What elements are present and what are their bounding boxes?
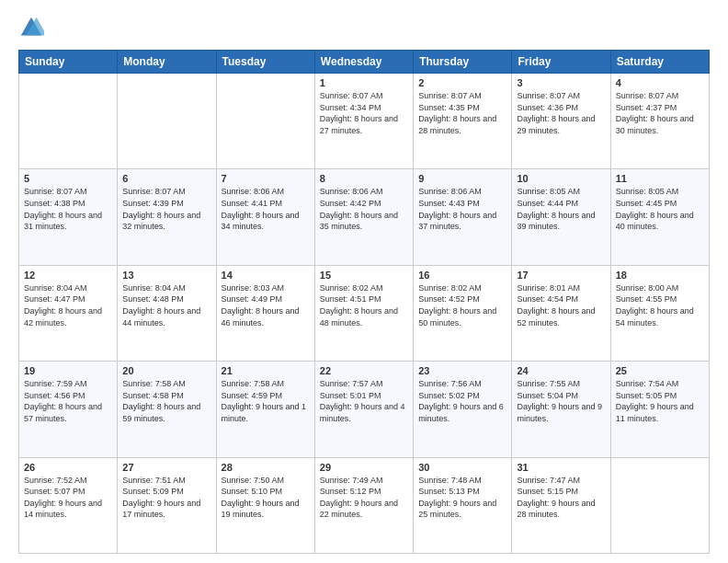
- day-info: Sunrise: 8:02 AM Sunset: 4:51 PM Dayligh…: [320, 282, 408, 328]
- calendar-cell: [118, 74, 216, 169]
- day-number: 7: [222, 173, 310, 184]
- calendar-cell: 16Sunrise: 8:02 AM Sunset: 4:52 PM Dayli…: [414, 265, 512, 361]
- day-info: Sunrise: 7:51 AM Sunset: 5:09 PM Dayligh…: [122, 475, 210, 521]
- calendar-week-row: 5Sunrise: 8:07 AM Sunset: 4:38 PM Daylig…: [19, 169, 710, 265]
- weekday-row: SundayMondayTuesdayWednesdayThursdayFrid…: [19, 51, 710, 74]
- calendar-cell: [216, 74, 314, 169]
- calendar-header: SundayMondayTuesdayWednesdayThursdayFrid…: [19, 51, 710, 74]
- day-number: 20: [122, 365, 210, 376]
- page: SundayMondayTuesdayWednesdayThursdayFrid…: [0, 0, 728, 563]
- day-info: Sunrise: 8:05 AM Sunset: 4:45 PM Dayligh…: [616, 186, 704, 232]
- calendar-cell: 7Sunrise: 8:06 AM Sunset: 4:41 PM Daylig…: [216, 169, 314, 265]
- day-info: Sunrise: 8:07 AM Sunset: 4:36 PM Dayligh…: [517, 90, 605, 136]
- calendar-cell: 22Sunrise: 7:57 AM Sunset: 5:01 PM Dayli…: [314, 362, 413, 457]
- calendar-cell: 23Sunrise: 7:56 AM Sunset: 5:02 PM Dayli…: [414, 362, 512, 457]
- day-number: 5: [24, 173, 112, 184]
- day-info: Sunrise: 8:03 AM Sunset: 4:49 PM Dayligh…: [222, 282, 310, 328]
- calendar-cell: 27Sunrise: 7:51 AM Sunset: 5:09 PM Dayli…: [118, 457, 216, 553]
- day-number: 15: [320, 270, 408, 281]
- day-info: Sunrise: 7:47 AM Sunset: 5:15 PM Dayligh…: [517, 475, 605, 521]
- day-number: 27: [122, 462, 210, 473]
- calendar-cell: 20Sunrise: 7:58 AM Sunset: 4:58 PM Dayli…: [118, 362, 216, 457]
- day-info: Sunrise: 7:58 AM Sunset: 4:58 PM Dayligh…: [122, 378, 210, 424]
- day-number: 2: [418, 77, 506, 88]
- day-number: 14: [222, 270, 310, 281]
- day-number: 12: [24, 270, 112, 281]
- day-info: Sunrise: 7:56 AM Sunset: 5:02 PM Dayligh…: [418, 378, 506, 424]
- day-info: Sunrise: 8:06 AM Sunset: 4:41 PM Dayligh…: [222, 186, 310, 232]
- day-info: Sunrise: 7:52 AM Sunset: 5:07 PM Dayligh…: [24, 475, 112, 521]
- calendar-cell: 1Sunrise: 8:07 AM Sunset: 4:34 PM Daylig…: [314, 74, 413, 169]
- day-info: Sunrise: 8:07 AM Sunset: 4:38 PM Dayligh…: [24, 186, 112, 232]
- day-info: Sunrise: 8:06 AM Sunset: 4:43 PM Dayligh…: [418, 186, 506, 232]
- calendar-cell: [610, 457, 709, 553]
- day-info: Sunrise: 8:07 AM Sunset: 4:39 PM Dayligh…: [122, 186, 210, 232]
- day-number: 24: [517, 365, 605, 376]
- calendar-cell: 3Sunrise: 8:07 AM Sunset: 4:36 PM Daylig…: [512, 74, 610, 169]
- day-number: 10: [517, 173, 605, 184]
- day-number: 25: [616, 365, 704, 376]
- day-info: Sunrise: 8:01 AM Sunset: 4:54 PM Dayligh…: [517, 282, 605, 328]
- day-number: 30: [418, 462, 506, 473]
- day-info: Sunrise: 7:50 AM Sunset: 5:10 PM Dayligh…: [222, 475, 310, 521]
- weekday-header: Sunday: [19, 51, 118, 74]
- day-info: Sunrise: 8:05 AM Sunset: 4:44 PM Dayligh…: [517, 186, 605, 232]
- day-number: 17: [517, 270, 605, 281]
- day-number: 19: [24, 365, 112, 376]
- calendar-week-row: 1Sunrise: 8:07 AM Sunset: 4:34 PM Daylig…: [19, 74, 710, 169]
- calendar-week-row: 26Sunrise: 7:52 AM Sunset: 5:07 PM Dayli…: [19, 457, 710, 553]
- day-info: Sunrise: 7:55 AM Sunset: 5:04 PM Dayligh…: [517, 378, 605, 424]
- weekday-header: Thursday: [414, 51, 512, 74]
- calendar-cell: 4Sunrise: 8:07 AM Sunset: 4:37 PM Daylig…: [610, 74, 709, 169]
- day-info: Sunrise: 7:57 AM Sunset: 5:01 PM Dayligh…: [320, 378, 408, 424]
- day-info: Sunrise: 8:00 AM Sunset: 4:55 PM Dayligh…: [616, 282, 704, 328]
- day-info: Sunrise: 8:04 AM Sunset: 4:47 PM Dayligh…: [24, 282, 112, 328]
- day-info: Sunrise: 8:07 AM Sunset: 4:34 PM Dayligh…: [320, 90, 408, 136]
- calendar-week-row: 19Sunrise: 7:59 AM Sunset: 4:56 PM Dayli…: [19, 362, 710, 457]
- day-number: 31: [517, 462, 605, 473]
- day-info: Sunrise: 7:58 AM Sunset: 4:59 PM Dayligh…: [222, 378, 310, 424]
- calendar-cell: 25Sunrise: 7:54 AM Sunset: 5:05 PM Dayli…: [610, 362, 709, 457]
- calendar-cell: 5Sunrise: 8:07 AM Sunset: 4:38 PM Daylig…: [19, 169, 118, 265]
- calendar-cell: 17Sunrise: 8:01 AM Sunset: 4:54 PM Dayli…: [512, 265, 610, 361]
- day-info: Sunrise: 7:59 AM Sunset: 4:56 PM Dayligh…: [24, 378, 112, 424]
- weekday-header: Tuesday: [216, 51, 314, 74]
- calendar-cell: 29Sunrise: 7:49 AM Sunset: 5:12 PM Dayli…: [314, 457, 413, 553]
- calendar-cell: 30Sunrise: 7:48 AM Sunset: 5:13 PM Dayli…: [414, 457, 512, 553]
- day-number: 16: [418, 270, 506, 281]
- day-number: 8: [320, 173, 408, 184]
- day-info: Sunrise: 8:07 AM Sunset: 4:37 PM Dayligh…: [616, 90, 704, 136]
- calendar: SundayMondayTuesdayWednesdayThursdayFrid…: [18, 50, 710, 554]
- day-info: Sunrise: 7:49 AM Sunset: 5:12 PM Dayligh…: [320, 475, 408, 521]
- day-number: 26: [24, 462, 112, 473]
- weekday-header: Saturday: [610, 51, 709, 74]
- day-number: 18: [616, 270, 704, 281]
- calendar-cell: 14Sunrise: 8:03 AM Sunset: 4:49 PM Dayli…: [216, 265, 314, 361]
- calendar-cell: 21Sunrise: 7:58 AM Sunset: 4:59 PM Dayli…: [216, 362, 314, 457]
- calendar-cell: 19Sunrise: 7:59 AM Sunset: 4:56 PM Dayli…: [19, 362, 118, 457]
- calendar-cell: 18Sunrise: 8:00 AM Sunset: 4:55 PM Dayli…: [610, 265, 709, 361]
- calendar-cell: 13Sunrise: 8:04 AM Sunset: 4:48 PM Dayli…: [118, 265, 216, 361]
- calendar-cell: 26Sunrise: 7:52 AM Sunset: 5:07 PM Dayli…: [19, 457, 118, 553]
- calendar-cell: 10Sunrise: 8:05 AM Sunset: 4:44 PM Dayli…: [512, 169, 610, 265]
- day-info: Sunrise: 7:48 AM Sunset: 5:13 PM Dayligh…: [418, 475, 506, 521]
- calendar-cell: 11Sunrise: 8:05 AM Sunset: 4:45 PM Dayli…: [610, 169, 709, 265]
- calendar-cell: 24Sunrise: 7:55 AM Sunset: 5:04 PM Dayli…: [512, 362, 610, 457]
- day-number: 6: [122, 173, 210, 184]
- calendar-cell: 12Sunrise: 8:04 AM Sunset: 4:47 PM Dayli…: [19, 265, 118, 361]
- header: [18, 15, 710, 40]
- weekday-header: Friday: [512, 51, 610, 74]
- logo-icon: [18, 15, 44, 40]
- day-number: 11: [616, 173, 704, 184]
- calendar-cell: 2Sunrise: 8:07 AM Sunset: 4:35 PM Daylig…: [414, 74, 512, 169]
- calendar-cell: 6Sunrise: 8:07 AM Sunset: 4:39 PM Daylig…: [118, 169, 216, 265]
- day-number: 22: [320, 365, 408, 376]
- day-number: 28: [222, 462, 310, 473]
- day-number: 23: [418, 365, 506, 376]
- calendar-cell: [19, 74, 118, 169]
- day-info: Sunrise: 8:06 AM Sunset: 4:42 PM Dayligh…: [320, 186, 408, 232]
- day-number: 21: [222, 365, 310, 376]
- day-info: Sunrise: 8:07 AM Sunset: 4:35 PM Dayligh…: [418, 90, 506, 136]
- calendar-cell: 15Sunrise: 8:02 AM Sunset: 4:51 PM Dayli…: [314, 265, 413, 361]
- weekday-header: Monday: [118, 51, 216, 74]
